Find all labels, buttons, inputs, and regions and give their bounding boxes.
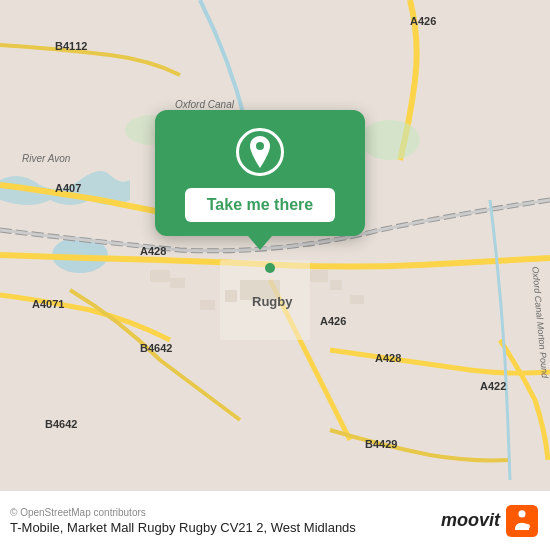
svg-rect-9 [200,300,215,310]
map-container: A426 B4112 A407 A428 A428 A4071 B4642 B4… [0,0,550,490]
svg-rect-5 [150,270,170,282]
svg-text:B4112: B4112 [55,40,87,52]
svg-point-11 [360,120,420,160]
svg-text:A428: A428 [140,245,166,257]
copyright-text: © OpenStreetMap contributors [10,507,356,518]
svg-rect-10 [350,295,364,304]
svg-point-31 [518,510,525,517]
svg-point-28 [265,263,275,273]
svg-text:A426: A426 [320,315,346,327]
svg-rect-6 [170,278,185,288]
bottom-bar: © OpenStreetMap contributors T-Mobile, M… [0,490,550,550]
location-label: T-Mobile, Market Mall Rugby Rugby CV21 2… [10,520,356,535]
svg-rect-8 [330,280,342,290]
svg-text:River Avon: River Avon [22,153,71,164]
moovit-icon [506,505,538,537]
svg-point-32 [525,523,530,528]
svg-rect-4 [225,290,237,302]
svg-rect-7 [310,270,328,282]
svg-point-29 [256,142,264,150]
svg-text:Oxford Canal: Oxford Canal [175,99,235,110]
svg-text:A422: A422 [480,380,506,392]
svg-text:B4429: B4429 [365,438,397,450]
svg-text:A4071: A4071 [32,298,64,310]
map-background: A426 B4112 A407 A428 A428 A4071 B4642 B4… [0,0,550,490]
take-me-there-button[interactable]: Take me there [185,188,335,222]
moovit-text: moovit [441,510,500,531]
svg-text:B4642: B4642 [140,342,172,354]
svg-text:Rugby: Rugby [252,294,293,309]
location-pin-icon [236,128,284,176]
moovit-logo: moovit [441,505,538,537]
popup-card: Take me there [155,110,365,236]
svg-text:B4642: B4642 [45,418,77,430]
svg-text:A426: A426 [410,15,436,27]
svg-text:A428: A428 [375,352,401,364]
svg-rect-30 [506,505,538,537]
bottom-left-info: © OpenStreetMap contributors T-Mobile, M… [10,507,356,535]
svg-text:A407: A407 [55,182,81,194]
